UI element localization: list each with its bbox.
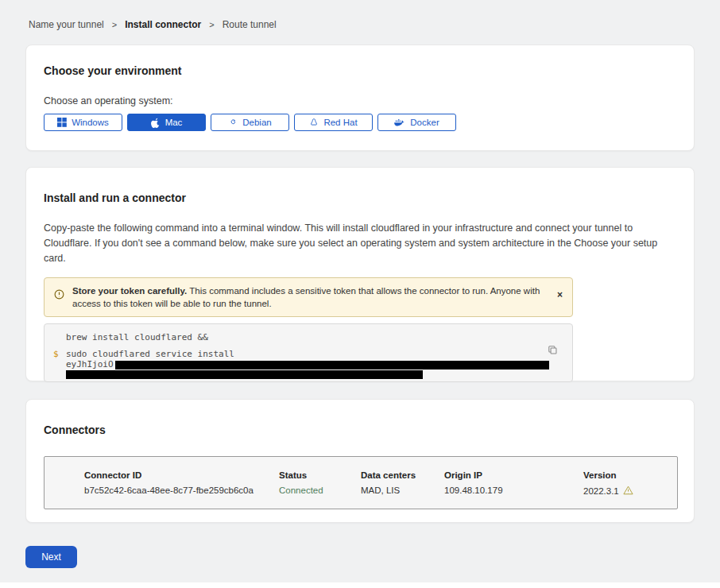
code-line-install: sudo cloudflared service install	[66, 349, 234, 359]
connectors-table-header: Connector ID Status Data centers Origin …	[84, 470, 677, 480]
column-header-origin-ip: Origin IP	[444, 470, 583, 480]
install-description: Copy-paste the following command into a …	[44, 221, 676, 266]
docker-icon	[394, 118, 405, 127]
install-card-title: Install and run a connector	[44, 191, 676, 205]
os-button-label: Red Hat	[323, 118, 357, 127]
code-command-block: sudo cloudflared service install eyJhIjo…	[66, 349, 549, 379]
copy-icon[interactable]	[548, 345, 558, 358]
page: Name your tunnel > Install connector > R…	[0, 0, 720, 523]
environment-card-title: Choose your environment	[44, 64, 676, 78]
connectors-table: Connector ID Status Data centers Origin …	[44, 456, 678, 509]
column-header-status: Status	[279, 470, 361, 480]
connector-id-value: b7c52c42-6caa-48ee-8c77-fbe259cb6c0a	[84, 485, 279, 497]
os-button-group: Windows Mac Debian Red Hat	[44, 114, 676, 131]
breadcrumb-separator: >	[209, 20, 214, 29]
os-button-mac[interactable]: Mac	[127, 114, 206, 131]
os-button-label: Docker	[410, 118, 439, 127]
data-centers-value: MAD, LIS	[361, 485, 444, 497]
close-icon[interactable]: ×	[557, 291, 563, 299]
status-badge: Connected	[279, 485, 361, 497]
os-button-label: Mac	[165, 118, 183, 127]
breadcrumb-install-connector[interactable]: Install connector	[125, 19, 201, 30]
info-circle-icon	[54, 288, 64, 303]
breadcrumb-separator: >	[112, 20, 117, 29]
version-value: 2022.3.1	[583, 485, 677, 497]
token-warning-title: Store your token carefully.	[72, 286, 187, 296]
redacted-token-bar	[115, 361, 549, 369]
os-button-windows[interactable]: Windows	[44, 114, 122, 131]
breadcrumb: Name your tunnel > Install connector > R…	[25, 0, 695, 30]
warning-triangle-icon	[623, 485, 633, 497]
code-line-brew: brew install cloudflared &&	[66, 332, 208, 342]
os-button-redhat[interactable]: Red Hat	[294, 114, 373, 131]
column-header-connector-id: Connector ID	[84, 470, 279, 480]
os-button-docker[interactable]: Docker	[377, 114, 456, 131]
redhat-icon	[309, 118, 319, 128]
install-command-codeblock[interactable]: brew install cloudflared && $ sudo cloud…	[44, 323, 573, 382]
breadcrumb-route-tunnel[interactable]: Route tunnel	[223, 19, 277, 30]
token-prefix: eyJhIjoiO	[66, 359, 114, 369]
os-select-label: Choose an operating system:	[44, 95, 676, 106]
token-warning-banner: Store your token carefully. This command…	[44, 277, 573, 317]
table-row: b7c52c42-6caa-48ee-8c77-fbe259cb6c0a Con…	[84, 485, 677, 497]
os-button-label: Windows	[72, 118, 109, 127]
connectors-card: Connectors Connector ID Status Data cent…	[25, 399, 695, 523]
os-button-debian[interactable]: Debian	[211, 114, 289, 131]
redacted-token-bar	[66, 370, 423, 379]
version-number: 2022.3.1	[583, 486, 619, 496]
apple-icon	[151, 118, 161, 128]
origin-ip-value: 109.48.10.179	[444, 485, 583, 497]
breadcrumb-name-your-tunnel[interactable]: Name your tunnel	[29, 19, 104, 30]
windows-icon	[57, 118, 67, 127]
token-warning-text: Store your token carefully. This command…	[72, 284, 549, 310]
next-button[interactable]: Next	[25, 546, 77, 568]
connectors-card-title: Connectors	[44, 424, 676, 437]
column-header-data-centers: Data centers	[361, 470, 444, 480]
column-header-version: Version	[583, 470, 677, 480]
os-button-label: Debian	[242, 118, 271, 127]
environment-card: Choose your environment Choose an operat…	[25, 44, 695, 151]
install-card: Install and run a connector Copy-paste t…	[25, 167, 695, 381]
code-gutter	[53, 332, 66, 342]
shell-prompt: $	[53, 349, 66, 379]
bottom-edge	[0, 582, 720, 588]
debian-icon	[228, 118, 238, 127]
